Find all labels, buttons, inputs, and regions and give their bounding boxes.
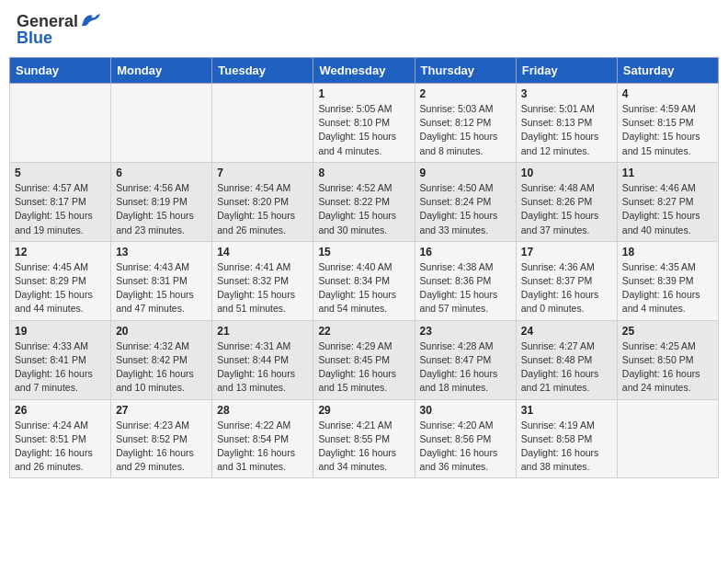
day-info: Sunrise: 4:29 AMSunset: 8:45 PMDaylight:… (318, 339, 409, 396)
day-info: Sunrise: 4:38 AMSunset: 8:36 PMDaylight:… (420, 260, 511, 316)
calendar-table: SundayMondayTuesdayWednesdayThursdayFrid… (9, 57, 719, 478)
day-info: Sunrise: 4:48 AMSunset: 8:26 PMDaylight:… (521, 181, 612, 237)
day-number: 22 (318, 325, 409, 338)
calendar-week-row: 5Sunrise: 4:57 AMSunset: 8:17 PMDaylight… (10, 162, 719, 241)
calendar-day-cell: 28Sunrise: 4:22 AMSunset: 8:54 PMDayligh… (212, 399, 313, 478)
calendar-body: 1Sunrise: 5:05 AMSunset: 8:10 PMDaylight… (10, 84, 719, 478)
day-number: 29 (318, 404, 409, 417)
day-info: Sunrise: 4:43 AMSunset: 8:31 PMDaylight:… (116, 260, 207, 316)
day-number: 9 (420, 167, 511, 179)
day-number: 24 (521, 325, 612, 338)
day-number: 14 (217, 246, 308, 259)
calendar-day-cell (111, 84, 212, 163)
day-number: 23 (420, 325, 511, 338)
page-header: General Blue (9, 9, 719, 50)
day-number: 1 (318, 87, 409, 100)
calendar-day-cell (10, 84, 111, 163)
calendar-day-cell: 17Sunrise: 4:36 AMSunset: 8:37 PMDayligh… (516, 241, 617, 320)
logo-blue-text: Blue (17, 29, 52, 46)
calendar-day-cell: 13Sunrise: 4:43 AMSunset: 8:31 PMDayligh… (111, 241, 212, 320)
calendar-day-cell: 4Sunrise: 4:59 AMSunset: 8:15 PMDaylight… (617, 84, 718, 163)
calendar-day-header: Saturday (617, 58, 718, 84)
day-number: 19 (15, 325, 106, 338)
logo-general-text: General (17, 13, 78, 29)
day-info: Sunrise: 4:25 AMSunset: 8:50 PMDaylight:… (622, 339, 713, 396)
calendar-week-row: 12Sunrise: 4:45 AMSunset: 8:29 PMDayligh… (10, 241, 719, 320)
day-info: Sunrise: 5:03 AMSunset: 8:12 PMDaylight:… (420, 102, 511, 158)
day-info: Sunrise: 5:01 AMSunset: 8:13 PMDaylight:… (521, 102, 612, 158)
day-number: 3 (521, 87, 612, 100)
calendar-day-cell: 14Sunrise: 4:41 AMSunset: 8:32 PMDayligh… (212, 241, 313, 320)
day-info: Sunrise: 4:59 AMSunset: 8:15 PMDaylight:… (622, 102, 713, 158)
day-info: Sunrise: 5:05 AMSunset: 8:10 PMDaylight:… (318, 102, 409, 158)
day-info: Sunrise: 4:36 AMSunset: 8:37 PMDaylight:… (521, 260, 612, 316)
day-number: 11 (622, 167, 713, 179)
calendar-day-cell: 20Sunrise: 4:32 AMSunset: 8:42 PMDayligh… (111, 320, 212, 399)
day-info: Sunrise: 4:46 AMSunset: 8:27 PMDaylight:… (622, 181, 713, 237)
day-number: 16 (420, 246, 511, 259)
calendar-day-header: Friday (516, 58, 617, 84)
calendar-day-cell: 8Sunrise: 4:52 AMSunset: 8:22 PMDaylight… (313, 162, 415, 241)
calendar-day-cell: 15Sunrise: 4:40 AMSunset: 8:34 PMDayligh… (313, 241, 415, 320)
calendar-day-cell (212, 84, 313, 163)
day-number: 27 (116, 404, 207, 417)
day-info: Sunrise: 4:57 AMSunset: 8:17 PMDaylight:… (15, 181, 106, 237)
calendar-day-cell: 16Sunrise: 4:38 AMSunset: 8:36 PMDayligh… (415, 241, 516, 320)
day-number: 13 (116, 246, 207, 259)
calendar-week-row: 26Sunrise: 4:24 AMSunset: 8:51 PMDayligh… (10, 399, 719, 478)
day-number: 7 (217, 167, 308, 179)
calendar-day-cell: 19Sunrise: 4:33 AMSunset: 8:41 PMDayligh… (10, 320, 111, 399)
day-info: Sunrise: 4:41 AMSunset: 8:32 PMDaylight:… (217, 260, 308, 316)
calendar-day-cell: 23Sunrise: 4:28 AMSunset: 8:47 PMDayligh… (415, 320, 516, 399)
day-number: 30 (420, 404, 511, 417)
day-info: Sunrise: 4:23 AMSunset: 8:52 PMDaylight:… (116, 419, 207, 475)
calendar-day-cell: 24Sunrise: 4:27 AMSunset: 8:48 PMDayligh… (516, 320, 617, 399)
calendar-day-cell: 9Sunrise: 4:50 AMSunset: 8:24 PMDaylight… (415, 162, 516, 241)
day-number: 8 (318, 167, 409, 179)
calendar-day-cell: 27Sunrise: 4:23 AMSunset: 8:52 PMDayligh… (111, 399, 212, 478)
day-number: 17 (521, 246, 612, 259)
day-info: Sunrise: 4:31 AMSunset: 8:44 PMDaylight:… (217, 339, 308, 396)
day-number: 5 (15, 167, 106, 179)
calendar-week-row: 1Sunrise: 5:05 AMSunset: 8:10 PMDaylight… (10, 84, 719, 163)
day-number: 28 (217, 404, 308, 417)
calendar-day-header: Tuesday (212, 58, 313, 84)
day-number: 18 (622, 246, 713, 259)
calendar-day-header: Thursday (415, 58, 516, 84)
logo: General Blue (17, 13, 100, 46)
calendar-day-header: Wednesday (313, 58, 415, 84)
day-info: Sunrise: 4:54 AMSunset: 8:20 PMDaylight:… (217, 181, 308, 237)
calendar-day-cell: 29Sunrise: 4:21 AMSunset: 8:55 PMDayligh… (313, 399, 415, 478)
calendar-day-cell: 21Sunrise: 4:31 AMSunset: 8:44 PMDayligh… (212, 320, 313, 399)
day-info: Sunrise: 4:35 AMSunset: 8:39 PMDaylight:… (622, 260, 713, 316)
calendar-day-cell: 11Sunrise: 4:46 AMSunset: 8:27 PMDayligh… (617, 162, 718, 241)
day-number: 4 (622, 87, 713, 100)
calendar-day-cell: 31Sunrise: 4:19 AMSunset: 8:58 PMDayligh… (516, 399, 617, 478)
calendar-day-cell (617, 399, 718, 478)
day-number: 26 (15, 404, 106, 417)
calendar-day-cell: 22Sunrise: 4:29 AMSunset: 8:45 PMDayligh… (313, 320, 415, 399)
day-info: Sunrise: 4:27 AMSunset: 8:48 PMDaylight:… (521, 339, 612, 396)
calendar-day-cell: 6Sunrise: 4:56 AMSunset: 8:19 PMDaylight… (111, 162, 212, 241)
calendar-day-cell: 3Sunrise: 5:01 AMSunset: 8:13 PMDaylight… (516, 84, 617, 163)
calendar-week-row: 19Sunrise: 4:33 AMSunset: 8:41 PMDayligh… (10, 320, 719, 399)
day-info: Sunrise: 4:40 AMSunset: 8:34 PMDaylight:… (318, 260, 409, 316)
calendar-day-cell: 2Sunrise: 5:03 AMSunset: 8:12 PMDaylight… (415, 84, 516, 163)
calendar-header-row: SundayMondayTuesdayWednesdayThursdayFrid… (10, 58, 719, 84)
calendar-day-cell: 30Sunrise: 4:20 AMSunset: 8:56 PMDayligh… (415, 399, 516, 478)
calendar-day-cell: 1Sunrise: 5:05 AMSunset: 8:10 PMDaylight… (313, 84, 415, 163)
calendar-day-cell: 5Sunrise: 4:57 AMSunset: 8:17 PMDaylight… (10, 162, 111, 241)
day-number: 2 (420, 87, 511, 100)
day-number: 6 (116, 167, 207, 179)
day-number: 12 (15, 246, 106, 259)
calendar-day-cell: 18Sunrise: 4:35 AMSunset: 8:39 PMDayligh… (617, 241, 718, 320)
day-number: 21 (217, 325, 308, 338)
day-info: Sunrise: 4:45 AMSunset: 8:29 PMDaylight:… (15, 260, 106, 316)
day-info: Sunrise: 4:33 AMSunset: 8:41 PMDaylight:… (15, 339, 106, 396)
day-number: 15 (318, 246, 409, 259)
day-number: 25 (622, 325, 713, 338)
calendar-day-cell: 26Sunrise: 4:24 AMSunset: 8:51 PMDayligh… (10, 399, 111, 478)
day-info: Sunrise: 4:22 AMSunset: 8:54 PMDaylight:… (217, 419, 308, 475)
calendar-day-cell: 25Sunrise: 4:25 AMSunset: 8:50 PMDayligh… (617, 320, 718, 399)
day-info: Sunrise: 4:21 AMSunset: 8:55 PMDaylight:… (318, 419, 409, 475)
